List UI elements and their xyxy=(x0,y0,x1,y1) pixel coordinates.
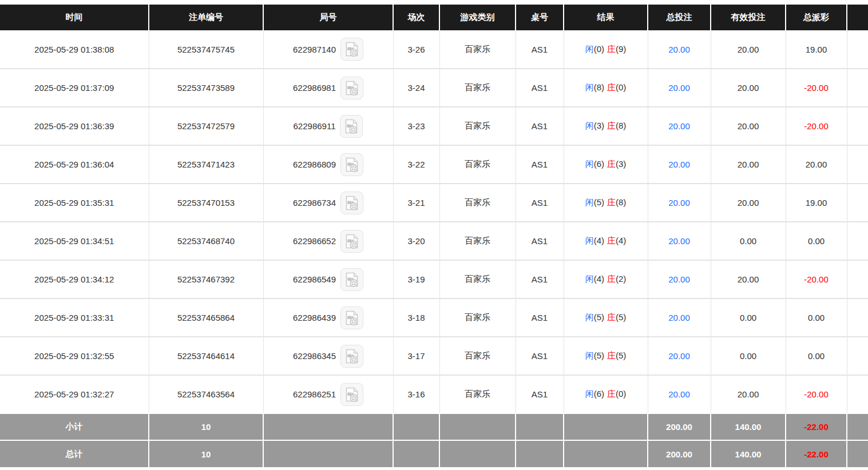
cell-game-type: 百家乐 xyxy=(439,260,516,298)
total-bet-link[interactable]: 20.00 xyxy=(668,121,690,131)
cell-table-id: AS1 xyxy=(516,30,564,69)
cell-round-id: 622986251 xyxy=(263,375,393,413)
cell-payout: 0.00 xyxy=(786,298,847,337)
cell-extra xyxy=(847,69,868,107)
round-id-wrap: 622986345 xyxy=(264,345,393,368)
round-id-value: 622986652 xyxy=(293,236,336,246)
table-row: 2025-05-29 01:32:55522537464614622986345… xyxy=(0,337,868,375)
bet-history-table-container: 时间注单编号局号场次游戏类别桌号结果总投注有效投注总派彩 2025-05-29 … xyxy=(0,0,868,467)
round-id-value: 622986345 xyxy=(293,351,336,361)
footer-total-bet: 200.00 xyxy=(648,413,711,440)
table-footer: 小计10200.00140.00-22.00总计10200.00140.00-2… xyxy=(0,413,868,467)
cell-game-type: 百家乐 xyxy=(439,222,516,260)
table-row: 2025-05-29 01:36:39522537472579622986911… xyxy=(0,107,868,145)
cell-total-bet: 20.00 xyxy=(648,145,711,184)
result-banker-value: (3) xyxy=(616,159,626,169)
result-banker-label: 庄 xyxy=(607,121,616,130)
video-replay-button[interactable] xyxy=(340,38,363,61)
total-bet-link[interactable]: 20.00 xyxy=(668,236,690,246)
cell-result: 闲(4)庄(4) xyxy=(564,222,648,260)
cell-time: 2025-05-29 01:32:27 xyxy=(0,375,149,413)
video-replay-button[interactable] xyxy=(340,230,363,253)
result-player-label: 闲 xyxy=(585,197,594,207)
video-replay-icon xyxy=(344,310,359,326)
cell-payout: 19.00 xyxy=(786,30,847,69)
video-replay-button[interactable] xyxy=(340,153,363,176)
cell-payout: -20.00 xyxy=(786,107,847,145)
result-player-label: 闲 xyxy=(585,44,594,54)
cell-payout: 0.00 xyxy=(786,337,847,375)
cell-round-id: 622986652 xyxy=(263,222,393,260)
cell-game-type: 百家乐 xyxy=(439,184,516,222)
result-player-value: (5) xyxy=(594,312,604,322)
cell-bet-id: 522537468740 xyxy=(149,222,263,260)
cell-session: 3-24 xyxy=(393,69,439,107)
total-bet-link[interactable]: 20.00 xyxy=(668,313,690,322)
video-replay-button[interactable] xyxy=(340,77,363,99)
total-bet-link[interactable]: 20.00 xyxy=(668,389,690,399)
subtotal-row: 小计10200.00140.00-22.00 xyxy=(0,413,868,440)
cell-extra xyxy=(847,298,868,337)
cell-payout: -20.00 xyxy=(786,375,847,413)
column-header-result: 结果 xyxy=(564,5,648,30)
result-player-label: 闲 xyxy=(585,121,594,130)
total-bet-link[interactable]: 20.00 xyxy=(668,83,690,93)
result-player-value: (6) xyxy=(594,159,604,169)
cell-total-bet: 20.00 xyxy=(648,375,711,413)
footer-payout: -22.00 xyxy=(786,413,847,440)
result-player-label: 闲 xyxy=(585,82,594,92)
video-replay-button[interactable] xyxy=(340,383,363,406)
footer-bet-count: 10 xyxy=(149,440,263,467)
cell-game-type: 百家乐 xyxy=(439,337,516,375)
cell-payout: 0.00 xyxy=(786,222,847,260)
round-id-value: 622986549 xyxy=(293,274,336,284)
column-header-session: 场次 xyxy=(393,5,439,30)
video-replay-button[interactable] xyxy=(340,306,363,329)
cell-result: 闲(6)庄(3) xyxy=(564,145,648,184)
table-row: 2025-05-29 01:34:12522537467392622986549… xyxy=(0,260,868,298)
column-header-game_type: 游戏类别 xyxy=(439,5,516,30)
footer-round-empty xyxy=(263,440,393,467)
cell-valid-bet: 20.00 xyxy=(711,184,786,222)
cell-session: 3-17 xyxy=(393,337,439,375)
cell-round-id: 622986549 xyxy=(263,260,393,298)
cell-result: 闲(5)庄(5) xyxy=(564,298,648,337)
cell-table-id: AS1 xyxy=(516,337,564,375)
result-player-value: (0) xyxy=(594,44,604,54)
cell-bet-id: 522537475745 xyxy=(149,30,263,69)
total-bet-link[interactable]: 20.00 xyxy=(668,274,690,284)
cell-table-id: AS1 xyxy=(516,107,564,145)
cell-result: 闲(5)庄(8) xyxy=(564,184,648,222)
column-header-time: 时间 xyxy=(0,5,149,30)
footer-extra xyxy=(847,413,868,440)
table-row: 2025-05-29 01:38:08522537475745622987140… xyxy=(0,30,868,69)
result-player-label: 闲 xyxy=(585,389,594,399)
video-replay-button[interactable] xyxy=(340,115,363,138)
total-bet-link[interactable]: 20.00 xyxy=(668,45,690,54)
cell-result: 闲(0)庄(9) xyxy=(564,30,648,69)
table-row: 2025-05-29 01:33:31522537465864622986439… xyxy=(0,298,868,337)
total-bet-link[interactable]: 20.00 xyxy=(668,351,690,361)
cell-session: 3-22 xyxy=(393,145,439,184)
table-row: 2025-05-29 01:35:31522537470153622986734… xyxy=(0,184,868,222)
video-replay-button[interactable] xyxy=(340,268,363,291)
total-bet-link[interactable]: 20.00 xyxy=(668,198,690,208)
cell-payout: -20.00 xyxy=(786,69,847,107)
video-replay-button[interactable] xyxy=(340,192,363,214)
footer-session-empty xyxy=(393,413,439,440)
result-player-value: (5) xyxy=(594,350,604,360)
cell-game-type: 百家乐 xyxy=(439,107,516,145)
result-player-label: 闲 xyxy=(585,350,594,360)
footer-total-bet: 200.00 xyxy=(648,440,711,467)
video-replay-button[interactable] xyxy=(340,345,363,368)
cell-round-id: 622986734 xyxy=(263,184,393,222)
round-id-wrap: 622986809 xyxy=(264,153,393,176)
round-id-wrap: 622986734 xyxy=(264,192,393,214)
cell-total-bet: 20.00 xyxy=(648,260,711,298)
footer-valid-bet: 140.00 xyxy=(711,413,786,440)
result-banker-label: 庄 xyxy=(607,82,616,92)
cell-round-id: 622986809 xyxy=(263,145,393,184)
column-header-valid_bet: 有效投注 xyxy=(711,5,786,30)
total-bet-link[interactable]: 20.00 xyxy=(668,160,690,169)
cell-extra xyxy=(847,337,868,375)
